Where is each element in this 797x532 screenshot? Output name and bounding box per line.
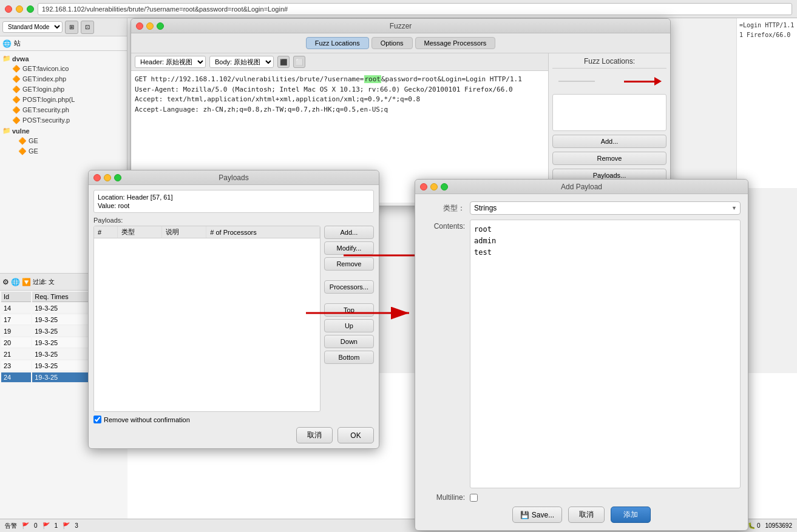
tree-item-ge2[interactable]: 🔶 GE [0,146,127,157]
add-payload-close-btn[interactable] [420,183,427,190]
add-payload-maximize-btn[interactable] [441,183,448,190]
value-row: Value: root [98,201,370,210]
tab-fuzz-locations[interactable]: Fuzz Locations [306,37,369,49]
tree-folder-vulne[interactable]: 📁 vulne [0,126,127,136]
contents-textarea[interactable]: root admin test [470,220,741,488]
contents-label: Contents: [422,220,465,488]
payloads-titlebar: Payloads [89,170,379,185]
tree-item-post-security[interactable]: 🔶 POST:security.p [0,115,127,126]
remove-confirm-checkbox-label[interactable]: Remove without confirmation [93,416,190,423]
add-payload-body: 类型： Strings File Script Contents: root a… [415,194,748,530]
file-icon: 🔶 [12,86,22,93]
item-label: GE [29,147,38,155]
type-select[interactable]: Strings File Script [470,201,741,215]
folder-label: vulne [12,127,30,135]
save-btn[interactable]: 💾 Save... [512,507,562,523]
item-label: GET:favicon.ico [22,65,69,72]
right-http-panel: =Login HTTP/1.1 1 Firefox/66.0 Script Sc… [736,18,797,188]
add-payload-cancel-btn[interactable]: 取消 [568,507,605,523]
col-type: 类型 [118,226,162,238]
sidebar-tree: 📁 dvwa 🔶 GET:favicon.ico 🔶 GET:index.php… [0,51,127,159]
alert-label: 告警 [5,522,17,530]
view-btn-1[interactable]: ⬛ [277,56,290,68]
folder-label: dvwa [12,55,29,62]
body-select[interactable]: Body: 原始视图 [209,56,274,68]
item-label: GET:login.php [22,86,64,93]
tab-options[interactable]: Options [371,37,413,49]
tab-message-processors[interactable]: Message Processors [415,37,496,49]
item-label: POST:login.php(L [22,96,75,103]
col-desc: 说明 [162,226,206,238]
file-icon: 🔶 [12,65,22,72]
payloads-body: Location: Header [57, 61] Value: root Pa… [89,185,379,448]
item-label: GET:security.ph [22,106,69,113]
location-row: Location: Header [57, 61] [98,193,370,201]
tree-item-login[interactable]: 🔶 GET:login.php [0,84,127,95]
payload-modify-btn[interactable]: Modify... [324,241,374,255]
fuzzer-controls: Header: 原始视图 Body: 原始视图 ⬛ ⬜ [131,53,548,71]
fuzzer-close-btn[interactable] [136,22,143,30]
tree-item-ge1[interactable]: 🔶 GE [0,136,127,146]
folder-icon: 📁 [2,127,11,135]
payload-bottom-btn[interactable]: Bottom [324,351,374,364]
url-text: 192.168.1.102/vulnerabilities/brute/?use… [42,5,288,13]
tree-item-security[interactable]: 🔶 GET:security.ph [0,105,127,115]
add-payload-window: Add Payload 类型： Strings File Script Cont… [415,179,748,531]
tree-folder-dvwa[interactable]: 📁 dvwa [0,53,127,64]
payload-processors-btn[interactable]: Processors... [324,280,374,294]
save-label: Save... [532,511,554,519]
payload-add-btn[interactable]: Add... [324,226,374,239]
folder-icon: 📁 [2,55,11,62]
http-text-right: =Login HTTP/1.1 1 Firefox/66.0 [739,21,795,40]
payload-top-btn[interactable]: Top [324,303,374,317]
payloads-maximize-btn[interactable] [114,174,121,181]
checkbox-label: Remove without confirmation [104,416,190,423]
payloads-ok-btn[interactable]: OK [337,427,374,443]
fuzz-remove-btn[interactable]: Remove [552,152,666,165]
tree-item-index[interactable]: 🔶 GET:index.php [0,74,127,84]
fuzzer-traffic-lights [136,22,164,30]
tree-item-post-login[interactable]: 🔶 POST:login.php(L [0,95,127,105]
payloads-cancel-btn[interactable]: 取消 [296,427,333,443]
payload-up-btn[interactable]: Up [324,319,374,332]
multiline-checkbox[interactable] [470,494,478,502]
file-icon: 🔶 [12,116,22,124]
col-hash: # [94,226,118,238]
fuzzer-minimize-btn[interactable] [146,22,154,30]
payloads-label: Payloads: [93,217,374,224]
tree-item-favicon[interactable]: 🔶 GET:favicon.ico [0,64,127,74]
header-select[interactable]: Header: 原始视图 [135,56,206,68]
bottom-num: 10953692 [765,522,793,529]
multiline-row: Multiline: [422,493,741,502]
url-bar[interactable]: 192.168.1.102/vulnerabilities/brute/?use… [38,3,792,15]
site-label: 站 [14,39,21,48]
add-payload-add-btn[interactable]: 添加 [611,507,651,523]
payload-down-btn[interactable]: Down [324,335,374,348]
http-prefix: GET http://192.168.1.102/vulnerabilities… [135,75,364,83]
payloads-close-btn[interactable] [93,174,101,181]
flag2-icon: 🚩 [63,522,70,529]
payloads-title: Payloads [219,173,248,182]
window-minimize-btn[interactable] [16,5,23,13]
type-select-wrapper: Strings File Script [470,201,741,215]
file-icon: 🔶 [12,75,22,82]
fuzzer-titlebar: Fuzzer [131,19,670,33]
fuzz-add-btn[interactable]: Add... [552,135,666,148]
toolbar-btn-1[interactable]: ⊞ [65,21,78,34]
payload-remove-btn[interactable]: Remove [324,257,374,271]
flag1-count: 1 [55,522,58,529]
payloads-minimize-btn[interactable] [104,174,111,181]
fuzzer-toolbar: Fuzz Locations Options Message Processor… [131,33,670,53]
mode-select[interactable]: Standard Mode [2,21,63,33]
fuzz-highlight[interactable]: root [364,75,382,83]
remove-confirm-checkbox[interactable] [93,416,101,423]
settings-icon[interactable]: ⚙ [2,278,9,286]
filter-label: 过滤: 文 [33,278,55,286]
fuzzer-maximize-btn[interactable] [157,22,164,30]
view-btn-2[interactable]: ⬜ [293,56,305,68]
window-close-btn[interactable] [5,5,12,13]
toolbar-btn-2[interactable]: ⊡ [81,21,94,34]
add-payload-minimize-btn[interactable] [430,183,438,190]
filter-icon[interactable]: 🔽 [22,278,31,286]
window-maximize-btn[interactable] [27,5,34,13]
